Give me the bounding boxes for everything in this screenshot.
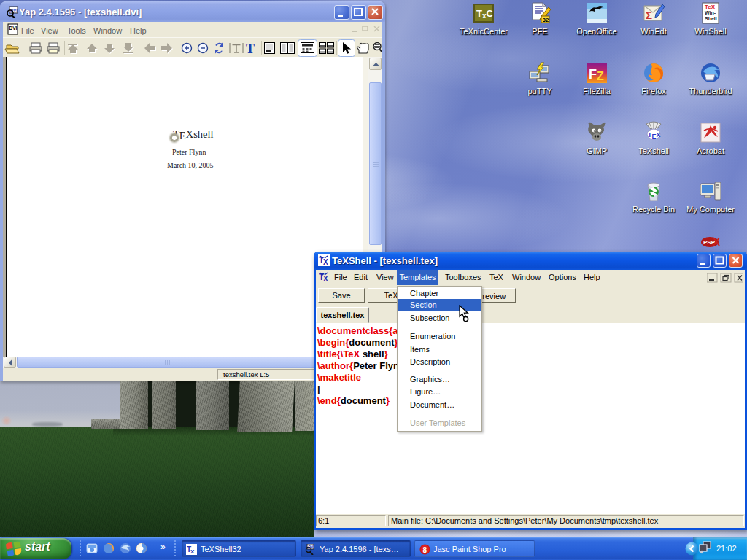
svg-text:X: X <box>190 548 195 555</box>
svg-text:X: X <box>323 275 328 283</box>
svg-text:TeX: TeX <box>705 4 716 10</box>
svg-text:32: 32 <box>543 17 549 23</box>
svg-text:DVI: DVI <box>9 26 18 31</box>
svg-text:Win-: Win- <box>705 10 716 15</box>
svg-text:T: T <box>246 42 255 56</box>
svg-text:8: 8 <box>423 546 427 554</box>
svg-text:Z: Z <box>597 70 604 82</box>
svg-text:Shell: Shell <box>705 16 717 21</box>
svg-text:F: F <box>589 67 597 82</box>
svg-text:X: X <box>323 258 328 266</box>
svg-text:DVI: DVI <box>309 545 315 549</box>
svg-text:Σ: Σ <box>646 9 652 21</box>
